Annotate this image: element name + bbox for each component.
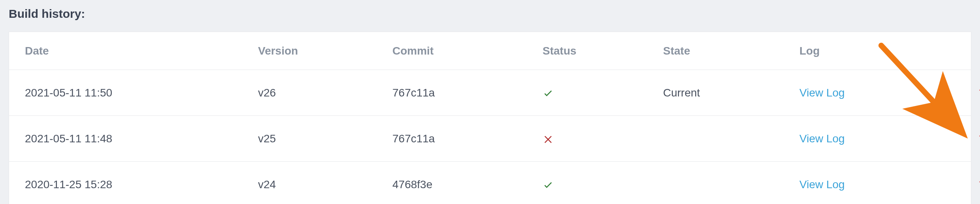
- section-heading: Build history:: [9, 7, 971, 21]
- col-state: State: [663, 45, 799, 57]
- cell-state: Current: [663, 87, 799, 99]
- view-log-link[interactable]: View Log: [799, 132, 845, 145]
- cell-date: 2020-11-25 15:28: [25, 178, 258, 191]
- delete-button[interactable]: [978, 133, 980, 145]
- trash-icon: [978, 133, 980, 145]
- cell-date: 2021-05-11 11:48: [25, 132, 258, 145]
- view-log-link[interactable]: View Log: [799, 178, 845, 191]
- col-log: Log: [799, 45, 957, 57]
- cell-commit: 4768f3e: [392, 178, 543, 191]
- col-date: Date: [25, 45, 258, 57]
- check-icon: [543, 87, 554, 98]
- trash-icon: [978, 179, 980, 191]
- col-status: Status: [543, 45, 663, 57]
- cell-version: v24: [258, 178, 392, 191]
- table-row: 2020-11-25 15:28 v24 4768f3e View Log: [9, 162, 971, 204]
- cell-commit: 767c11a: [392, 132, 543, 145]
- delete-button[interactable]: [978, 87, 980, 99]
- cell-date: 2021-05-11 11:50: [25, 87, 258, 99]
- col-version: Version: [258, 45, 392, 57]
- table-row: 2021-05-11 11:50 v26 767c11a Current Vie…: [9, 70, 971, 116]
- cross-icon: [543, 133, 554, 144]
- trash-icon: [978, 87, 980, 99]
- col-commit: Commit: [392, 45, 543, 57]
- delete-button[interactable]: [978, 179, 980, 191]
- view-log-link[interactable]: View Log: [799, 87, 845, 99]
- cell-version: v25: [258, 132, 392, 145]
- cell-status: [543, 179, 663, 190]
- cell-status: [543, 133, 663, 144]
- cell-version: v26: [258, 87, 392, 99]
- build-history-table: Date Version Commit Status State Log 202…: [9, 32, 971, 204]
- cell-status: [543, 87, 663, 98]
- cell-commit: 767c11a: [392, 87, 543, 99]
- table-header-row: Date Version Commit Status State Log: [9, 32, 971, 70]
- check-icon: [543, 179, 554, 190]
- table-row: 2021-05-11 11:48 v25 767c11a View Log: [9, 116, 971, 162]
